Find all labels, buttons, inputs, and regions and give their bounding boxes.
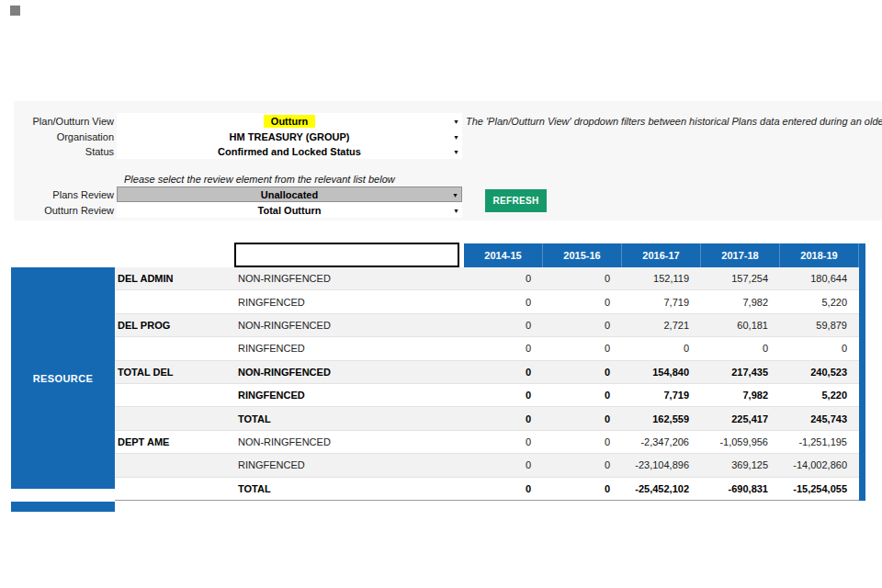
row-category-label[interactable]: RINGFENCED: [234, 454, 464, 476]
table-row: DEPT AMENON-RINGFENCED00-2,347,206-1,059…: [115, 431, 859, 454]
value-cell[interactable]: 0: [543, 478, 622, 500]
row-group-label[interactable]: [115, 478, 234, 500]
value-cell[interactable]: 5,220: [780, 384, 859, 406]
value-cell[interactable]: 7,982: [701, 290, 780, 312]
value-cell[interactable]: 5,220: [780, 290, 859, 312]
outturn-review-dropdown[interactable]: Total Outturn ▼: [117, 202, 462, 218]
value-cell[interactable]: 240,523: [780, 361, 859, 383]
value-cell[interactable]: 225,417: [701, 407, 780, 429]
year-column-header[interactable]: 2018-19: [780, 243, 859, 267]
dropdown-arrow-icon: ▼: [453, 133, 459, 140]
value-cell[interactable]: 0: [543, 407, 622, 429]
year-column-header[interactable]: 2014-15: [464, 243, 543, 267]
value-cell[interactable]: 0: [464, 384, 543, 406]
row-group-label[interactable]: [115, 384, 234, 406]
value-cell[interactable]: -15,254,055: [780, 478, 859, 500]
row-category-label[interactable]: RINGFENCED: [234, 384, 464, 406]
corner-mark: [10, 6, 20, 16]
dropdown-arrow-icon: ▼: [453, 118, 459, 124]
value-cell[interactable]: -690,831: [701, 478, 780, 500]
selected-cell[interactable]: [234, 243, 459, 267]
value-cell[interactable]: 0: [464, 431, 543, 453]
row-category-label[interactable]: TOTAL: [234, 407, 464, 429]
row-category-label[interactable]: TOTAL: [234, 478, 464, 500]
row-category-label[interactable]: NON-RINGFENCED: [234, 361, 464, 383]
value-cell[interactable]: 0: [464, 314, 543, 336]
row-group-label[interactable]: DEPT AME: [115, 431, 234, 453]
status-value: Confirmed and Locked Status: [218, 146, 361, 157]
organisation-dropdown[interactable]: HM TREASURY (GROUP) ▼: [117, 129, 462, 144]
row-group-label[interactable]: TOTAL DEL: [115, 361, 234, 383]
row-group-label[interactable]: DEL ADMIN: [115, 267, 234, 289]
table-row: RINGFENCED00-23,104,896369,125-14,002,86…: [115, 454, 859, 477]
value-cell[interactable]: 0: [464, 361, 543, 383]
year-column-header[interactable]: 2016-17: [622, 243, 701, 267]
value-cell[interactable]: 0: [464, 478, 543, 500]
value-cell[interactable]: 180,644: [780, 267, 859, 289]
value-cell[interactable]: 60,181: [701, 314, 780, 336]
row-group-label[interactable]: [115, 407, 234, 429]
dropdown-arrow-icon: ▼: [453, 148, 459, 154]
value-cell[interactable]: 0: [543, 337, 622, 359]
year-column-header[interactable]: 2017-18: [701, 243, 780, 267]
value-cell[interactable]: 0: [622, 337, 701, 359]
outturn-review-value: Total Outturn: [258, 205, 322, 216]
value-cell[interactable]: 152,119: [622, 267, 701, 289]
value-cell[interactable]: 162,559: [622, 407, 701, 429]
value-cell[interactable]: -14,002,860: [780, 454, 859, 476]
row-group-label[interactable]: [115, 290, 234, 312]
row-group-label[interactable]: DEL PROG: [115, 314, 234, 336]
value-cell[interactable]: 0: [543, 290, 622, 312]
value-cell[interactable]: 0: [543, 314, 622, 336]
row-category-label[interactable]: NON-RINGFENCED: [234, 314, 464, 336]
value-cell[interactable]: -2,347,206: [622, 431, 701, 453]
organisation-value: HM TREASURY (GROUP): [230, 131, 350, 142]
value-cell[interactable]: 0: [780, 337, 859, 359]
value-cell[interactable]: 59,879: [780, 314, 859, 336]
value-cell[interactable]: 7,982: [701, 384, 780, 406]
value-cell[interactable]: -25,452,102: [622, 478, 701, 500]
value-cell[interactable]: 0: [464, 267, 543, 289]
value-cell[interactable]: 0: [464, 407, 543, 429]
plans-review-value: Unallocated: [261, 189, 318, 200]
row-category-label[interactable]: NON-RINGFENCED: [234, 267, 464, 289]
value-cell[interactable]: 217,435: [701, 361, 780, 383]
value-cell[interactable]: -1,059,956: [701, 431, 780, 453]
value-cell[interactable]: 154,840: [622, 361, 701, 383]
value-cell[interactable]: -1,251,195: [780, 431, 859, 453]
value-cell[interactable]: 0: [464, 454, 543, 476]
value-cell[interactable]: 0: [464, 290, 543, 312]
value-cell[interactable]: 245,743: [780, 407, 859, 429]
plan-outturn-view-dropdown[interactable]: Outturn ▼: [117, 113, 462, 129]
table-row: RINGFENCED007,7197,9825,220: [115, 384, 859, 407]
value-cell[interactable]: 0: [464, 337, 543, 359]
plans-review-label: Plans Review: [14, 189, 114, 200]
next-section-strip: [11, 502, 115, 512]
value-cell[interactable]: 0: [543, 361, 622, 383]
value-cell[interactable]: 7,719: [622, 290, 701, 312]
value-cell[interactable]: 0: [543, 384, 622, 406]
plans-review-dropdown[interactable]: Unallocated ▼: [117, 187, 462, 202]
year-column-header[interactable]: 2015-16: [543, 243, 622, 267]
table-row: TOTAL DELNON-RINGFENCED00154,840217,4352…: [115, 361, 859, 384]
row-category-label[interactable]: NON-RINGFENCED: [234, 431, 464, 453]
value-cell[interactable]: 369,125: [701, 454, 780, 476]
value-cell[interactable]: 0: [701, 337, 780, 359]
value-cell[interactable]: 0: [543, 431, 622, 453]
row-category-label[interactable]: RINGFENCED: [234, 337, 464, 359]
value-cell[interactable]: 0: [543, 267, 622, 289]
value-cell[interactable]: 7,719: [622, 384, 701, 406]
value-cell[interactable]: 2,721: [622, 314, 701, 336]
status-dropdown[interactable]: Confirmed and Locked Status ▼: [117, 143, 462, 159]
table-body: DEL ADMINNON-RINGFENCED00152,119157,2541…: [115, 267, 859, 501]
row-group-label[interactable]: [115, 337, 234, 359]
table-row: DEL ADMINNON-RINGFENCED00152,119157,2541…: [115, 267, 859, 290]
row-group-label[interactable]: [115, 454, 234, 476]
plan-outturn-view-label: Plan/Outturn View: [14, 116, 114, 127]
value-cell[interactable]: -23,104,896: [622, 454, 701, 476]
table-row: TOTAL00162,559225,417245,743: [115, 407, 859, 430]
refresh-button[interactable]: REFRESH: [485, 189, 547, 212]
value-cell[interactable]: 0: [543, 454, 622, 476]
value-cell[interactable]: 157,254: [701, 267, 780, 289]
row-category-label[interactable]: RINGFENCED: [234, 290, 464, 312]
